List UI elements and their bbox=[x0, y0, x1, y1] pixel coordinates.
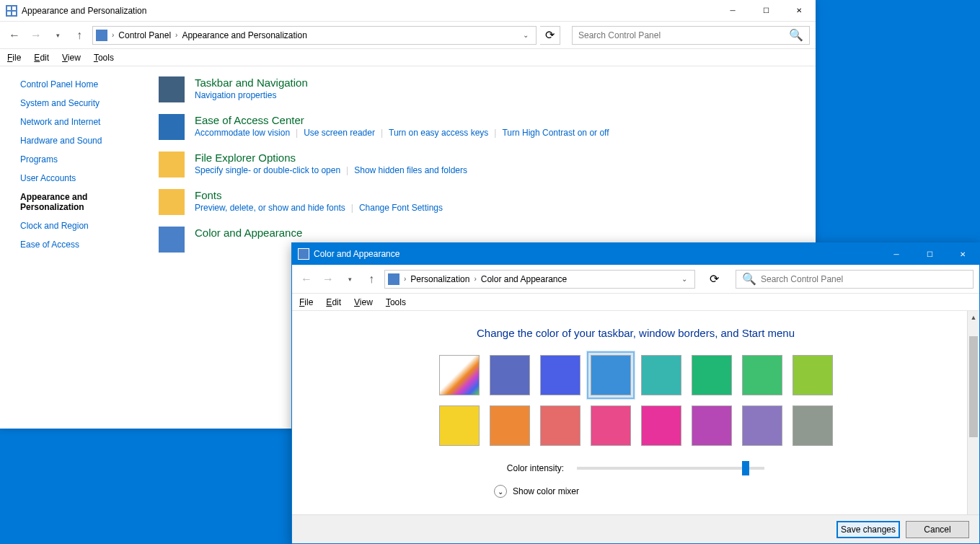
recent-dropdown[interactable]: ▾ bbox=[49, 27, 66, 44]
search-icon[interactable]: 🔍 bbox=[789, 28, 803, 42]
child-forward-button[interactable]: → bbox=[319, 271, 337, 288]
category-link[interactable]: Use screen reader bbox=[304, 128, 375, 138]
category-link[interactable]: Turn High Contrast on or off bbox=[502, 128, 609, 138]
child-refresh-button[interactable]: ⟳ bbox=[704, 270, 724, 289]
child-menu-file[interactable]: File bbox=[299, 297, 313, 307]
menu-tools[interactable]: Tools bbox=[94, 53, 114, 63]
category-title[interactable]: Color and Appearance bbox=[195, 227, 302, 239]
category-link[interactable]: Accommodate low vision bbox=[195, 128, 290, 138]
vertical-scrollbar[interactable]: ▲ bbox=[967, 311, 979, 514]
search-input[interactable] bbox=[578, 30, 789, 40]
category-link[interactable]: Show hidden files and folders bbox=[354, 165, 467, 175]
sidebar-item-3[interactable]: Hardware and Sound bbox=[20, 136, 144, 146]
category-title[interactable]: Ease of Access Center bbox=[195, 114, 609, 126]
color-swatch-9[interactable] bbox=[490, 405, 530, 446]
control-panel-icon bbox=[6, 5, 17, 17]
child-search-box[interactable]: 🔍 bbox=[736, 270, 974, 289]
child-close-button[interactable]: ✕ bbox=[946, 243, 979, 265]
child-maximize-button[interactable]: ☐ bbox=[913, 243, 946, 265]
color-swatch-0[interactable] bbox=[439, 355, 480, 395]
color-swatch-6[interactable] bbox=[742, 355, 782, 395]
breadcrumb-seg-1[interactable]: Appearance and Personalization bbox=[182, 30, 306, 40]
color-swatch-14[interactable] bbox=[742, 405, 782, 446]
intensity-label: Color intensity: bbox=[507, 463, 564, 473]
svg-rect-8 bbox=[388, 273, 399, 285]
chevron-right-icon: › bbox=[112, 31, 114, 39]
child-menubar: File Edit View Tools bbox=[292, 294, 979, 311]
search-icon: 🔍 bbox=[742, 272, 756, 286]
save-changes-button[interactable]: Save changes bbox=[836, 521, 900, 538]
category-title[interactable]: File Explorer Options bbox=[195, 152, 467, 164]
color-swatch-10[interactable] bbox=[540, 405, 581, 446]
address-dropdown-icon[interactable]: ⌄ bbox=[518, 31, 533, 39]
menu-edit[interactable]: Edit bbox=[34, 53, 49, 63]
color-swatch-2[interactable] bbox=[540, 355, 581, 395]
color-swatch-1[interactable] bbox=[490, 355, 530, 395]
chevron-down-icon[interactable]: ⌄ bbox=[494, 485, 507, 498]
maximize-button[interactable]: ☐ bbox=[749, 0, 782, 22]
sidebar-item-5[interactable]: User Accounts bbox=[20, 173, 144, 183]
slider-thumb[interactable] bbox=[742, 461, 749, 475]
color-swatch-5[interactable] bbox=[692, 355, 732, 395]
scrollbar-thumb[interactable] bbox=[969, 336, 978, 437]
category-link[interactable]: Preview, delete, or show and hide fonts bbox=[195, 203, 345, 213]
sidebar-item-2[interactable]: Network and Internet bbox=[20, 117, 144, 127]
intensity-slider[interactable] bbox=[577, 467, 764, 470]
sidebar-item-1[interactable]: System and Security bbox=[20, 98, 144, 108]
main-titlebar: Appearance and Personalization ─ ☐ ✕ bbox=[0, 0, 816, 22]
color-swatch-7[interactable] bbox=[793, 355, 833, 395]
color-swatch-15[interactable] bbox=[793, 405, 833, 446]
cancel-button[interactable]: Cancel bbox=[906, 521, 969, 538]
category-title[interactable]: Taskbar and Navigation bbox=[195, 76, 308, 89]
child-body: Change the color of your taskbar, window… bbox=[292, 311, 979, 514]
color-swatch-12[interactable] bbox=[641, 405, 681, 446]
color-swatch-3[interactable] bbox=[591, 355, 631, 395]
category-link[interactable]: Change Font Settings bbox=[359, 203, 443, 213]
up-button[interactable]: ↑ bbox=[71, 27, 88, 44]
child-menu-tools[interactable]: Tools bbox=[386, 297, 406, 307]
breadcrumb-seg-0[interactable]: Control Panel bbox=[118, 30, 171, 40]
sidebar-item-7[interactable]: Clock and Region bbox=[20, 221, 144, 231]
category-0: Taskbar and NavigationNavigation propert… bbox=[159, 76, 816, 102]
close-button[interactable]: ✕ bbox=[782, 0, 816, 22]
color-swatch-4[interactable] bbox=[641, 355, 681, 395]
menu-view[interactable]: View bbox=[62, 53, 81, 63]
child-address-bar[interactable]: › Personalization › Color and Appearance… bbox=[384, 270, 695, 289]
child-up-button[interactable]: ↑ bbox=[363, 271, 380, 288]
color-swatch-8[interactable] bbox=[439, 405, 480, 446]
chevron-right-icon: › bbox=[474, 275, 476, 283]
child-search-input[interactable] bbox=[761, 274, 967, 284]
category-link[interactable]: Navigation properties bbox=[195, 90, 276, 100]
child-minimize-button[interactable]: ─ bbox=[880, 243, 913, 265]
mixer-row[interactable]: ⌄ Show color mixer bbox=[292, 485, 979, 498]
child-titlebar: Color and Appearance ─ ☐ ✕ bbox=[292, 243, 979, 265]
child-back-button[interactable]: ← bbox=[298, 271, 315, 288]
search-box[interactable]: 🔍 bbox=[572, 26, 810, 45]
refresh-button[interactable]: ⟳ bbox=[540, 26, 560, 45]
child-breadcrumb-0[interactable]: Personalization bbox=[410, 274, 469, 284]
child-menu-view[interactable]: View bbox=[354, 297, 373, 307]
color-swatch-13[interactable] bbox=[692, 405, 732, 446]
scroll-up-icon[interactable]: ▲ bbox=[968, 311, 979, 323]
child-address-dropdown-icon[interactable]: ⌄ bbox=[677, 275, 692, 283]
menu-file[interactable]: File bbox=[7, 53, 21, 63]
color-swatch-11[interactable] bbox=[591, 405, 631, 446]
child-recent-dropdown[interactable]: ▾ bbox=[341, 271, 358, 288]
child-footer: Save changes Cancel bbox=[292, 514, 979, 543]
forward-button[interactable]: → bbox=[27, 27, 45, 44]
sidebar-item-4[interactable]: Programs bbox=[20, 154, 144, 164]
address-bar[interactable]: › Control Panel › Appearance and Persona… bbox=[92, 26, 537, 45]
sidebar-item-6[interactable]: Appearance and Personalization bbox=[20, 192, 144, 212]
category-icon bbox=[159, 76, 185, 102]
category-link[interactable]: Specify single- or double-click to open bbox=[195, 165, 340, 175]
back-button[interactable]: ← bbox=[6, 27, 23, 44]
minimize-button[interactable]: ─ bbox=[716, 0, 749, 22]
svg-rect-1 bbox=[7, 6, 11, 10]
category-link[interactable]: Turn on easy access keys bbox=[389, 128, 488, 138]
category-icon bbox=[159, 189, 185, 215]
category-title[interactable]: Fonts bbox=[195, 189, 443, 201]
sidebar-item-8[interactable]: Ease of Access bbox=[20, 240, 144, 250]
sidebar-item-0[interactable]: Control Panel Home bbox=[20, 79, 144, 89]
child-menu-edit[interactable]: Edit bbox=[326, 297, 341, 307]
child-breadcrumb-1[interactable]: Color and Appearance bbox=[481, 274, 567, 284]
